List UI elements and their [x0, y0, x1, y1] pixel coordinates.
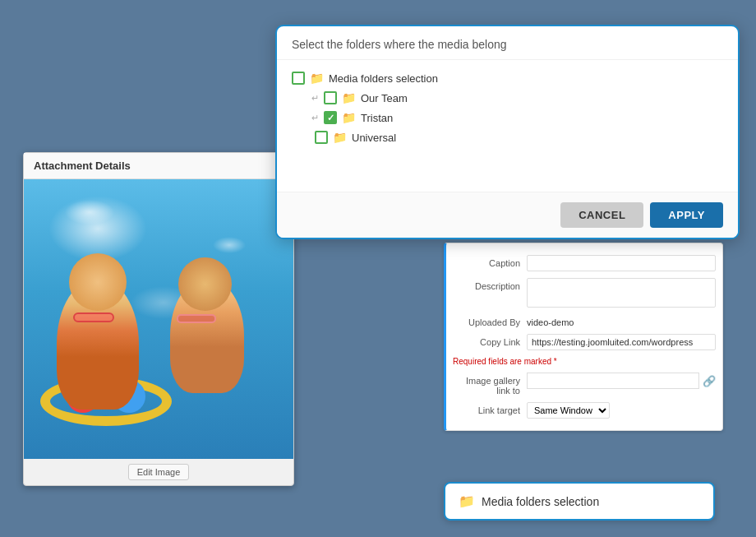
details-form-panel: Caption Description Uploaded By video-de… — [444, 243, 723, 431]
cancel-button[interactable]: CANCEL — [560, 202, 643, 228]
uploaded-by-label: Uploaded By — [453, 314, 527, 327]
our-team-checkbox[interactable] — [324, 91, 337, 104]
link-input-wrap: 🔗 — [527, 373, 716, 389]
link-target-label: Link target — [453, 402, 527, 415]
caption-input[interactable] — [527, 255, 716, 271]
attachment-image — [24, 179, 293, 459]
universal-folder-icon: 📁 — [333, 131, 347, 144]
tooltip-folder-icon: 📁 — [459, 493, 475, 509]
uploaded-by-value: video-demo — [527, 314, 574, 327]
our-team-folder-icon: 📁 — [342, 91, 356, 104]
copy-link-input[interactable] — [527, 334, 716, 350]
link-target-row: Link target Same Window New Window — [446, 399, 722, 422]
link-target-select[interactable]: Same Window New Window — [527, 402, 610, 419]
tooltip-text: Media folders selection — [482, 495, 599, 508]
tree-arrow-1: ↵ — [311, 93, 319, 104]
edit-image-button[interactable]: Edit Image — [128, 464, 190, 480]
description-input[interactable] — [527, 278, 716, 308]
tree-tristan-item: ↵ 📁 Tristan — [292, 111, 723, 124]
dialog-header: Select the folders where the media belon… — [277, 26, 738, 60]
apply-button[interactable]: APPLY — [650, 202, 723, 228]
root-label: Media folders selection — [329, 72, 438, 85]
description-label: Description — [453, 278, 527, 291]
image-gallery-row: Image gallery link to 🔗 — [446, 369, 722, 399]
tree-root-item: 📁 Media folders selection — [292, 72, 723, 85]
copy-link-label: Copy Link — [453, 334, 527, 347]
dialog-body: 📁 Media folders selection ↵ 📁 Our Team ↵… — [277, 60, 738, 192]
attachment-panel: Attachment Details Edit Image — [23, 152, 294, 486]
image-gallery-input[interactable] — [527, 373, 699, 389]
caption-row: Caption — [446, 252, 722, 275]
tree-universal-item: 📁 Universal — [292, 131, 723, 144]
root-checkbox[interactable] — [292, 72, 305, 85]
our-team-label: Our Team — [361, 92, 408, 104]
dialog-footer: CANCEL APPLY — [277, 192, 738, 238]
tristan-checkbox[interactable] — [324, 111, 337, 124]
uploaded-by-row: Uploaded By video-demo — [446, 311, 722, 331]
tree-our-team-item: ↵ 📁 Our Team — [292, 91, 723, 104]
tristan-label: Tristan — [361, 112, 393, 124]
copy-link-row: Copy Link — [446, 331, 722, 354]
universal-label: Universal — [352, 132, 396, 144]
required-note: Required fields are marked * — [446, 354, 722, 369]
link-icon: 🔗 — [703, 375, 716, 387]
root-folder-icon: 📁 — [310, 72, 324, 85]
tree-arrow-2: ↵ — [311, 113, 319, 123]
attachment-header: Attachment Details — [24, 153, 293, 179]
description-row: Description — [446, 275, 722, 311]
caption-label: Caption — [453, 255, 527, 268]
folder-selection-dialog: Select the folders where the media belon… — [275, 25, 740, 239]
media-folders-tooltip: 📁 Media folders selection — [444, 482, 715, 521]
tristan-folder-icon: 📁 — [342, 111, 356, 124]
universal-checkbox[interactable] — [315, 131, 328, 144]
image-gallery-label: Image gallery link to — [453, 373, 527, 396]
